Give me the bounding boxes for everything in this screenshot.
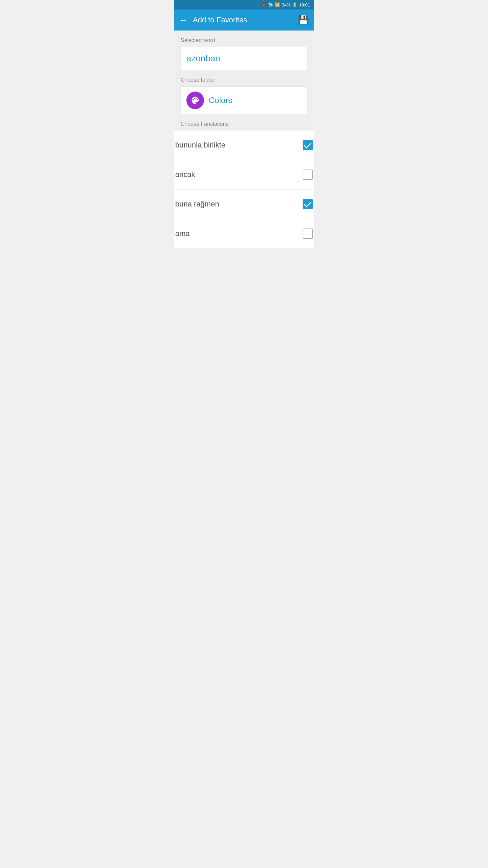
translation-text: ancak	[175, 170, 195, 179]
selected-word-label: Selected word	[181, 37, 307, 43]
translation-text: buna rağmen	[175, 200, 219, 209]
time-text: 19:01	[299, 2, 310, 7]
content-area: Selected word azonban Choose folder Colo…	[174, 31, 314, 131]
folder-icon	[186, 92, 204, 109]
choose-translations-label: Choose translations	[181, 121, 307, 131]
selected-word-box: azonban	[181, 47, 307, 70]
palette-icon	[190, 96, 200, 105]
translation-checkbox[interactable]	[303, 229, 313, 239]
selected-word-value: azonban	[186, 53, 220, 63]
status-bar: 🔇 📡 📶 34% 🔋 19:01	[174, 0, 314, 9]
app-bar: ← Add to Favorites 💾	[174, 9, 314, 31]
list-item[interactable]: ancak	[174, 160, 314, 190]
translation-checkbox[interactable]	[303, 199, 313, 209]
cast-icon: 📡	[268, 2, 273, 7]
list-item[interactable]: ama	[174, 219, 314, 248]
mute-icon: 🔇	[261, 2, 266, 7]
translation-checkbox[interactable]	[303, 170, 313, 180]
app-bar-left: ← Add to Favorites	[179, 15, 247, 25]
save-button[interactable]: 💾	[298, 15, 309, 25]
translation-text: bununla birlikte	[175, 141, 225, 150]
list-item[interactable]: bununla birlikte	[174, 131, 314, 160]
translation-checkbox[interactable]	[303, 140, 313, 150]
battery-text: 34%	[282, 2, 290, 7]
signal-icon: 📶	[275, 2, 280, 7]
folder-name: Colors	[209, 96, 232, 105]
choose-folder-label: Choose folder	[181, 77, 307, 83]
battery-icon: 🔋	[292, 2, 297, 7]
folder-selector[interactable]: Colors	[181, 86, 307, 114]
page-title: Add to Favorites	[193, 16, 247, 24]
list-item[interactable]: buna rağmen	[174, 190, 314, 219]
status-icons: 🔇 📡 📶 34% 🔋 19:01	[261, 2, 310, 7]
translations-list: bununla birlikteancakbuna rağmenama	[174, 131, 314, 248]
translation-text: ama	[175, 229, 190, 238]
back-button[interactable]: ←	[179, 15, 187, 25]
